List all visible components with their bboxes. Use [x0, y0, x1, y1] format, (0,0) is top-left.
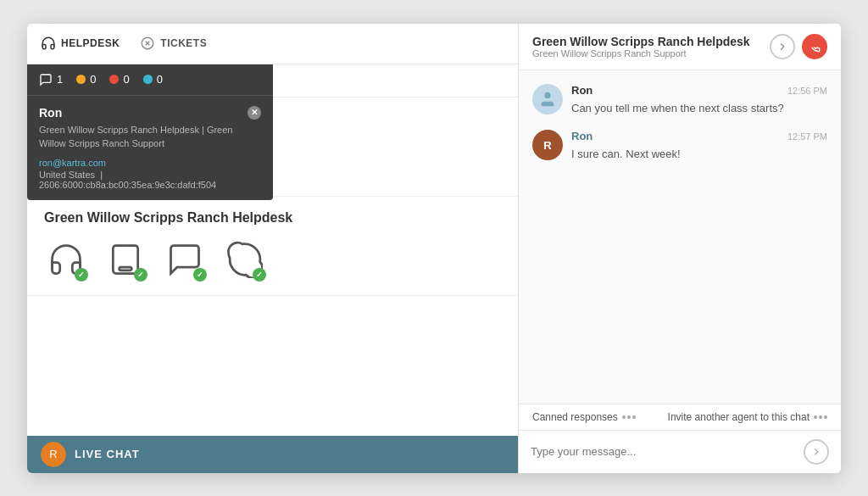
headset-icon-wrapper-2: ✓: [44, 237, 88, 281]
badge-count: 1: [57, 73, 63, 86]
send-icon: [810, 446, 822, 458]
msg-content-1: Ron 12:56 PM Can you tell me when the ne…: [571, 84, 827, 117]
msg-avatar-2: R: [532, 130, 563, 160]
chat-toolbar: Canned responses Invite another agent to…: [519, 404, 841, 431]
chat-icon-wrapper-2: ✓: [163, 237, 207, 281]
dot-3: [632, 415, 636, 419]
chat-header: Green Willow Scripps Ranch Helpdesk Gree…: [519, 24, 841, 70]
blue-dot: [143, 75, 153, 84]
chat-icon: [39, 73, 53, 86]
canned-dots: [622, 415, 636, 419]
green-check-phone-2: ✓: [134, 268, 147, 281]
top-nav: HELPDESK TICKETS: [27, 24, 518, 64]
msg-time-1: 12:56 PM: [787, 86, 827, 96]
helpdesk-item-2[interactable]: Green Willow Scripps Ranch Helpdesk ✓: [27, 197, 518, 296]
live-chat-avatar-inner: R: [41, 442, 66, 467]
dropdown-user-name-row: Ron ✕: [39, 106, 261, 120]
invite-agent-btn[interactable]: Invite another agent to this chat: [668, 411, 827, 423]
msg-text-2: I sure can. Next week!: [571, 146, 827, 163]
skype-icon-wrapper-2: ✓: [222, 237, 266, 281]
headset-nav-icon: [41, 36, 56, 51]
msg-text-1: Can you tell me when the next class star…: [571, 100, 827, 117]
invite-dots: [814, 415, 827, 419]
dropdown-email: ron@kartra.com: [39, 158, 261, 168]
helpdesk-item-2-title: Green Willow Scripps Ranch Helpdesk: [44, 210, 501, 226]
green-check-chat-2: ✓: [193, 268, 207, 281]
nav-helpdesk[interactable]: HELPDESK: [41, 32, 120, 54]
orange-badge: 0: [76, 73, 96, 86]
msg-header-2: Ron 12:57 PM: [571, 130, 827, 142]
svg-point-23: [544, 92, 550, 98]
msg-avatar-1: [532, 84, 563, 114]
msg-header-1: Ron 12:56 PM: [571, 84, 827, 97]
dot-6: [824, 415, 827, 419]
ticket-nav-icon: [140, 36, 155, 51]
user-avatar-icon-1: [538, 90, 557, 109]
phone-close-icon: [809, 41, 821, 53]
dropdown-sub-info: Green Willow Scripps Ranch Helpdesk | Gr…: [39, 123, 261, 151]
forward-icon: [776, 41, 788, 53]
send-btn[interactable]: [804, 439, 829, 465]
red-count: 0: [123, 73, 129, 86]
dropdown-user: Ron ✕ Green Willow Scripps Ranch Helpdes…: [27, 96, 273, 200]
phone-icon-wrapper-2: ✓: [103, 237, 147, 281]
green-check-headset-2: ✓: [75, 268, 88, 281]
chat-input-area: [519, 431, 841, 473]
blue-badge: 0: [143, 73, 163, 86]
live-chat-avatar: R: [41, 442, 66, 467]
dropdown-location: United States | 2606:6000:cb8a:bc00:35ea…: [39, 170, 261, 190]
canned-responses-label: Canned responses: [532, 411, 618, 423]
msg-time-2: 12:57 PM: [787, 131, 827, 142]
helpdesk-item-2-icons: ✓: [44, 237, 501, 281]
close-chat-btn[interactable]: [802, 34, 827, 59]
nav-tickets-label: TICKETS: [160, 37, 207, 49]
msg-content-2: Ron 12:57 PM I sure can. Next week!: [571, 130, 827, 163]
right-panel: Green Willow Scripps Ranch Helpdesk Gree…: [519, 24, 841, 473]
canned-responses-btn[interactable]: Canned responses: [532, 411, 636, 423]
chat-header-actions: [770, 34, 827, 59]
forward-btn[interactable]: [770, 34, 795, 59]
live-chat-footer: R LIVE CHAT: [27, 436, 518, 473]
live-chat-label: LIVE CHAT: [75, 448, 140, 460]
dropdown-header: 1 0 0 0: [27, 64, 273, 96]
red-badge: 0: [109, 73, 129, 86]
msg-name-2: Ron: [571, 130, 593, 142]
orange-dot: [76, 75, 86, 84]
chat-messages: Ron 12:56 PM Can you tell me when the ne…: [519, 70, 841, 404]
dot-4: [814, 415, 817, 419]
chat-header-title: Green Willow Scripps Ranch Helpdesk: [532, 35, 750, 48]
dot-2: [627, 415, 631, 419]
invite-agent-label: Invite another agent to this chat: [668, 411, 810, 423]
svg-rect-22: [120, 267, 132, 270]
green-check-skype-2: ✓: [253, 268, 266, 281]
red-dot: [109, 75, 119, 84]
chat-header-sub: Green Willow Scripps Ranch Support: [532, 48, 750, 59]
chat-input[interactable]: [531, 445, 795, 458]
nav-helpdesk-label: HELPDESK: [61, 37, 120, 49]
blue-count: 0: [157, 73, 163, 86]
chat-message-2: R Ron 12:57 PM I sure can. Next week!: [532, 130, 827, 163]
msg-name-1: Ron: [571, 84, 593, 97]
dropdown-close-btn[interactable]: ✕: [248, 106, 261, 120]
app-container: HELPDESK TICKETS 1: [27, 24, 841, 473]
dot-5: [819, 415, 822, 419]
chat-count-badge: 1: [39, 73, 63, 86]
nav-tickets[interactable]: TICKETS: [140, 32, 207, 54]
dropdown-user-name-text: Ron: [39, 106, 62, 120]
orange-count: 0: [90, 73, 96, 86]
left-panel: HELPDESK TICKETS 1: [27, 24, 519, 473]
chat-message-1: Ron 12:56 PM Can you tell me when the ne…: [532, 84, 827, 117]
dropdown-popup: 1 0 0 0 Ron ✕: [27, 64, 273, 200]
dot-1: [622, 415, 626, 419]
chat-header-info: Green Willow Scripps Ranch Helpdesk Gree…: [532, 35, 750, 59]
